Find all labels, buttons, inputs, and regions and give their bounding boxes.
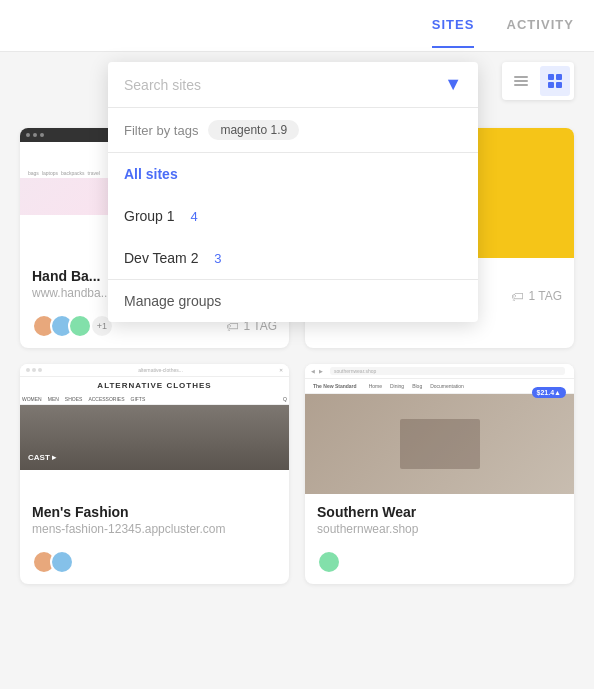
card-url-fashion: mens-fashion-12345.appcluster.com <box>32 522 277 536</box>
avatar <box>50 550 74 574</box>
card-footer-southern <box>305 544 574 584</box>
filter-label: Filter by tags <box>124 123 198 138</box>
card-info-southern: Southern Wear southernwear.shop <box>305 494 574 544</box>
avatar <box>68 314 92 338</box>
svg-rect-0 <box>514 76 528 78</box>
card-info-fashion: Men's Fashion mens-fashion-12345.appclus… <box>20 494 289 544</box>
avatar <box>317 550 341 574</box>
card-tags-yellow: 🏷 1 TAG <box>511 289 562 304</box>
filter-icon[interactable]: ▼ <box>444 74 462 95</box>
active-tag-badge[interactable]: magento 1.9 <box>208 120 299 140</box>
card-preview-southern: ◀▶ southernwear.shop The New Standard Ho… <box>305 364 574 494</box>
dropdown-search-row: ▼ <box>108 62 478 108</box>
svg-rect-1 <box>514 80 528 82</box>
site-card-southern-wear[interactable]: ◀▶ southernwear.shop The New Standard Ho… <box>305 364 574 584</box>
card-avatars-handbags: +1 <box>32 314 114 338</box>
list-view-button[interactable] <box>506 66 536 96</box>
nav-tabs: SITES ACTIVITY <box>432 3 574 48</box>
view-toggles <box>502 62 574 100</box>
card-avatars-fashion <box>32 550 68 574</box>
dropdown-group-1[interactable]: Group 1 4 <box>108 195 478 237</box>
card-url-southern: southernwear.shop <box>317 522 562 536</box>
tab-activity[interactable]: ACTIVITY <box>506 3 574 48</box>
svg-rect-5 <box>548 82 554 88</box>
dropdown-dev-team-2[interactable]: Dev Team 2 3 <box>108 237 478 279</box>
svg-rect-4 <box>556 74 562 80</box>
card-title-southern: Southern Wear <box>317 504 562 520</box>
tab-sites[interactable]: SITES <box>432 3 475 48</box>
tag-icon: 🏷 <box>511 289 524 304</box>
svg-rect-3 <box>548 74 554 80</box>
header: SITES ACTIVITY <box>0 0 594 52</box>
card-title-fashion: Men's Fashion <box>32 504 277 520</box>
manage-groups-button[interactable]: Manage groups <box>108 279 478 322</box>
card-avatars-southern <box>317 550 335 574</box>
svg-rect-6 <box>556 82 562 88</box>
grid-view-button[interactable] <box>540 66 570 96</box>
price-badge: $21.4▲ <box>532 387 566 398</box>
card-footer-fashion <box>20 544 289 584</box>
main-content: ▼ Filter by tags magento 1.9 All sites G… <box>0 52 594 600</box>
filter-tags-row: Filter by tags magento 1.9 <box>108 108 478 153</box>
sites-dropdown: ▼ Filter by tags magento 1.9 All sites G… <box>108 62 478 322</box>
svg-rect-2 <box>514 84 528 86</box>
dropdown-all-sites[interactable]: All sites <box>108 153 478 195</box>
site-card-mens-fashion[interactable]: alternative-clothes... ✕ ALTERNATIVE CLO… <box>20 364 289 584</box>
card-preview-fashion: alternative-clothes... ✕ ALTERNATIVE CLO… <box>20 364 289 494</box>
tag-count: 1 TAG <box>528 289 562 303</box>
search-input[interactable] <box>124 77 436 93</box>
